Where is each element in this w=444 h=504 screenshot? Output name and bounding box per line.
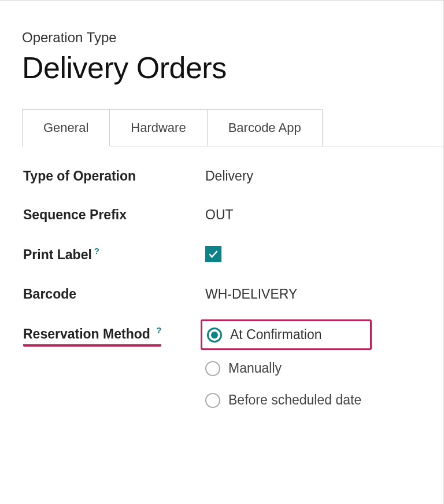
check-icon	[208, 248, 219, 260]
field-barcode: Barcode WH-DELIVERY	[23, 286, 443, 302]
page-title: Delivery Orders	[22, 50, 443, 85]
radio-manually[interactable]	[205, 361, 220, 376]
highlight-at-confirmation: At Confirmation	[201, 319, 372, 350]
label-barcode: Barcode	[23, 286, 205, 302]
label-reservation-method-underline: Reservation Method ?	[23, 325, 161, 347]
radio-at-confirmation[interactable]	[207, 328, 222, 343]
breadcrumb[interactable]: Operation Type	[22, 30, 443, 46]
help-icon[interactable]: ?	[156, 325, 161, 335]
tab-general[interactable]: General	[22, 109, 110, 146]
field-reservation-method: Reservation Method ? At Confirmation Man…	[23, 325, 443, 408]
radio-label-at-confirmation[interactable]: At Confirmation	[230, 327, 322, 343]
checkbox-print-label[interactable]	[205, 246, 221, 262]
value-sequence-prefix[interactable]: OUT	[205, 207, 234, 223]
value-print-label	[205, 246, 221, 263]
radio-option-before-scheduled[interactable]: Before scheduled date	[205, 392, 361, 408]
help-icon[interactable]: ?	[94, 246, 99, 256]
field-sequence-prefix: Sequence Prefix OUT	[23, 207, 443, 223]
label-reservation-method: Reservation Method ?	[23, 325, 205, 347]
value-barcode[interactable]: WH-DELIVERY	[205, 286, 297, 302]
tab-bar: General Hardware Barcode App	[22, 109, 443, 146]
label-reservation-method-text: Reservation Method	[23, 326, 150, 341]
radio-before-scheduled[interactable]	[205, 393, 220, 408]
field-type-of-operation: Type of Operation Delivery	[23, 168, 443, 184]
tab-hardware[interactable]: Hardware	[109, 109, 207, 146]
tab-barcode-app[interactable]: Barcode App	[207, 109, 323, 146]
value-reservation-method: At Confirmation Manually Before schedule…	[205, 325, 361, 408]
label-print-label-text: Print Label	[23, 247, 92, 262]
form-body: Type of Operation Delivery Sequence Pref…	[22, 168, 443, 408]
value-type-of-operation: Delivery	[205, 168, 253, 184]
field-print-label: Print Label?	[23, 246, 443, 263]
radio-group-reservation-method: At Confirmation Manually Before schedule…	[205, 325, 361, 408]
radio-option-manually[interactable]: Manually	[205, 360, 361, 376]
label-sequence-prefix: Sequence Prefix	[23, 207, 205, 223]
label-print-label: Print Label?	[23, 246, 205, 263]
form-container: Operation Type Delivery Orders General H…	[0, 0, 444, 504]
radio-label-before-scheduled: Before scheduled date	[228, 392, 361, 408]
radio-label-manually: Manually	[228, 360, 282, 376]
label-type-of-operation: Type of Operation	[23, 168, 205, 184]
